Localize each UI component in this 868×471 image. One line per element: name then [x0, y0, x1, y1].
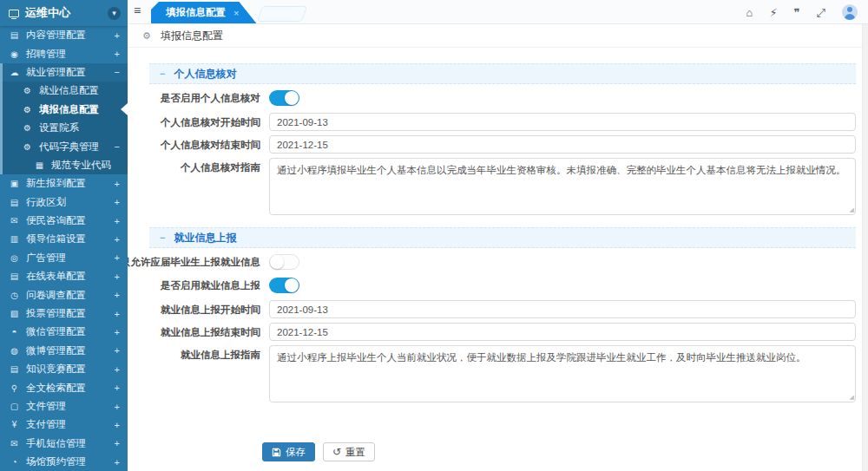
guide-textarea[interactable]: 通过小程序填报毕业生个人基本信息以完成当年毕业生资格审核。未填报准确、完整的毕业… — [269, 158, 856, 215]
sidebar-item-label: 便民咨询配置 — [26, 214, 86, 227]
sidebar-item-label: 就业管理配置 — [26, 66, 86, 79]
field-label: 个人信息核对结束时间 — [149, 135, 260, 152]
sidebar-item[interactable]: ✉手机短信管理+ — [0, 435, 128, 453]
sidebar-item[interactable]: ▥领导信箱设置+ — [0, 230, 128, 248]
messages-icon[interactable]: ❞ — [794, 7, 800, 18]
sidebar-item[interactable]: ◔场馆预约管理+ — [0, 453, 128, 471]
toggle-switch[interactable] — [269, 254, 299, 270]
laptop-icon — [9, 10, 19, 17]
expand-icon[interactable]: ⤢ — [817, 7, 825, 18]
sidebar-item-label: 问卷调查配置 — [26, 289, 86, 302]
save-button[interactable]: 保存 — [262, 442, 315, 461]
date-input[interactable] — [269, 323, 856, 341]
sidebar-item[interactable]: ¥支付管理+ — [0, 415, 128, 434]
sidebar-item-label: 领导信箱设置 — [26, 232, 86, 245]
toggle-knob — [285, 278, 299, 292]
sidebar-item[interactable]: ▤内容管理配置+ — [0, 26, 128, 44]
sidebar-collapse-button[interactable]: ▾ — [108, 7, 121, 20]
sidebar-item-label: 内容管理配置 — [26, 29, 86, 42]
tab-ghost — [257, 6, 308, 22]
menu-toggle-icon[interactable]: ≡ — [134, 4, 141, 16]
sidebar-subitem[interactable]: ⚙设置院系 — [3, 119, 128, 137]
vote-chart-icon: ▧ — [9, 309, 20, 318]
form-row: 个人信息核对结束时间 — [149, 135, 856, 154]
breadcrumb: ⚙ 填报信息配置 — [128, 24, 868, 48]
sidebar-item-label: 在线表单配置 — [26, 270, 86, 283]
date-input[interactable] — [269, 135, 856, 154]
form-icon: ▤ — [9, 271, 20, 281]
page-title: 填报信息配置 — [161, 29, 223, 43]
collapse-minus-icon: − — [160, 69, 165, 79]
home-icon[interactable]: ⌂ — [746, 7, 753, 18]
sidebar-item-label: 广告管理 — [26, 252, 66, 265]
sidebar-item[interactable]: ✉便民咨询配置+ — [0, 212, 128, 230]
form-row: 个人信息核对开始时间 — [149, 113, 856, 131]
form-content: −个人信息核对是否启用个人信息核对个人信息核对开始时间个人信息核对结束时间个人信… — [128, 48, 868, 471]
knowledge-doc-icon: ▤ — [9, 364, 20, 374]
sidebar-item[interactable]: ▣新生报到配置+ — [0, 174, 128, 193]
reset-button-label: 重置 — [345, 446, 365, 459]
section-header[interactable]: −就业信息上报 — [149, 227, 856, 248]
sidebar-item[interactable]: ◎广告管理+ — [0, 249, 128, 267]
sidebar-item[interactable]: ▤在线表单配置+ — [0, 267, 128, 285]
sidebar: 运维中心 ▾ ▤内容管理配置+◉招聘管理+☁就业管理配置−⚙就业信息配置⚙填报信… — [0, 0, 128, 471]
vertical-scrollbar[interactable] — [862, 24, 868, 471]
field-label: 就业信息上报指南 — [149, 345, 260, 362]
plus-icon: + — [115, 438, 120, 448]
textarea-wrapper: 通过小程序上报毕业生个人当前就业状况，便于就业数据上报及学院跟进毕业生就业工作，… — [269, 345, 856, 402]
sidebar-group: ☁就业管理配置−⚙就业信息配置⚙填报信息配置⚙设置院系⚙代码字典管理−▦规范专业… — [0, 63, 128, 174]
form-row: 只允许应届毕业生上报就业信息 — [149, 253, 856, 271]
dictionary-icon: ▦ — [34, 160, 45, 170]
sidebar-item-label: 支付管理 — [26, 418, 66, 431]
date-input[interactable] — [269, 300, 856, 318]
avatar[interactable] — [842, 4, 858, 20]
textarea-wrapper: 通过小程序填报毕业生个人基本信息以完成当年毕业生资格审核。未填报准确、完整的毕业… — [269, 158, 856, 215]
ad-circle-icon: ◎ — [9, 253, 20, 263]
sidebar-subitem[interactable]: ⚙代码字典管理− — [3, 137, 128, 155]
close-icon[interactable]: × — [233, 8, 239, 18]
sidebar-item[interactable]: ☁就业管理配置− — [3, 63, 128, 82]
sidebar-item-active[interactable]: ⚙填报信息配置 — [3, 101, 128, 119]
sidebar-item[interactable]: ◍微博管理配置+ — [0, 342, 128, 360]
gear-icon: ⚙ — [22, 142, 33, 152]
survey-clock-icon: ◷ — [9, 291, 20, 300]
inbox-icon: ▥ — [9, 234, 20, 244]
sidebar-item[interactable]: ◉招聘管理+ — [0, 44, 128, 62]
field-label: 是否启用个人信息核对 — [149, 92, 260, 105]
sidebar-item-label: 手机短信管理 — [26, 437, 86, 450]
lightning-icon[interactable]: ⚡ — [769, 7, 777, 18]
sidebar-item-label: 代码字典管理 — [39, 141, 99, 154]
tab-label: 填报信息配置 — [166, 6, 226, 19]
button-row: 保存 ↺ 重置 — [262, 442, 856, 461]
toggle-switch[interactable] — [269, 90, 299, 106]
date-input[interactable] — [269, 113, 856, 131]
sidebar-subitem[interactable]: ⚙就业信息配置 — [3, 82, 128, 100]
sidebar-subitem[interactable]: ▦规范专业代码 — [3, 156, 128, 174]
region-doc-icon: ▤ — [9, 198, 20, 207]
form-row: 就业信息上报开始时间 — [149, 300, 856, 318]
gear-icon: ⚙ — [22, 86, 33, 95]
chevron-down-icon: ▾ — [112, 9, 116, 17]
plus-icon: + — [115, 234, 120, 245]
sidebar-item[interactable]: ◷问卷调查配置+ — [0, 285, 128, 304]
sidebar-item[interactable]: ▤知识竞赛配置+ — [0, 360, 128, 378]
sidebar-item[interactable]: ▧投票管理配置+ — [0, 304, 128, 323]
form-row: 就业信息上报指南通过小程序上报毕业生个人当前就业状况，便于就业数据上报及学院跟进… — [149, 345, 856, 402]
plus-icon: + — [115, 197, 120, 207]
minus-icon: − — [115, 141, 120, 152]
plus-icon: + — [115, 216, 120, 226]
tab-fill-info-config[interactable]: 填报信息配置 × — [151, 2, 256, 23]
booking-clock-icon: ◔ — [9, 457, 20, 467]
sidebar-item[interactable]: ▤行政区划+ — [0, 193, 128, 212]
section-header[interactable]: −个人信息核对 — [149, 63, 856, 84]
sidebar-item[interactable]: ▢文件管理+ — [0, 397, 128, 415]
toggle-switch[interactable] — [269, 278, 299, 293]
sidebar-item[interactable]: ⚲全文检索配置+ — [0, 378, 128, 396]
toggle-knob — [285, 91, 299, 105]
reset-button[interactable]: ↺ 重置 — [323, 442, 375, 461]
guide-textarea[interactable]: 通过小程序上报毕业生个人当前就业状况，便于就业数据上报及学院跟进毕业生就业工作，… — [269, 345, 856, 402]
save-icon — [272, 448, 281, 457]
sidebar-item[interactable]: ◓微信管理配置+ — [0, 323, 128, 341]
toggle-knob — [270, 255, 284, 269]
reset-icon: ↺ — [332, 446, 341, 458]
